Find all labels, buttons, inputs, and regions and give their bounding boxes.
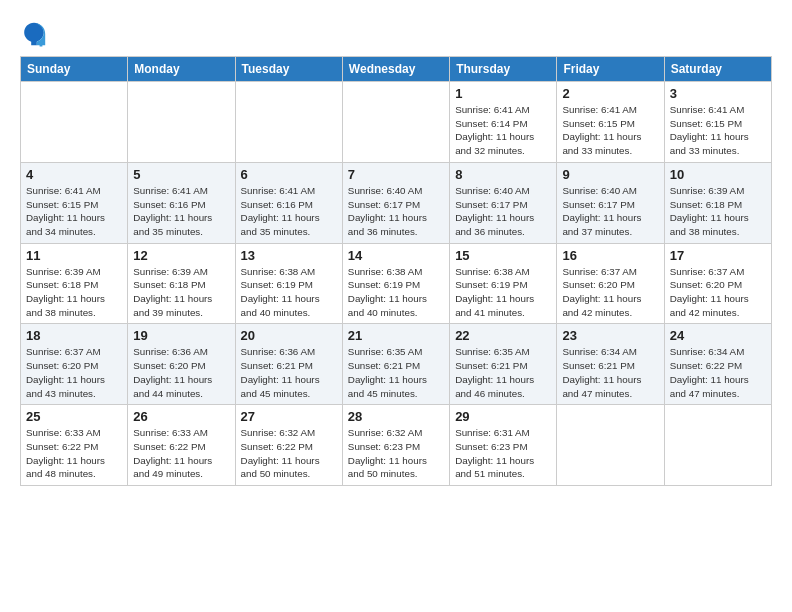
day-number: 20 [241, 328, 337, 343]
day-info: Sunrise: 6:36 AM Sunset: 6:21 PM Dayligh… [241, 345, 337, 400]
day-number: 1 [455, 86, 551, 101]
day-info: Sunrise: 6:41 AM Sunset: 6:15 PM Dayligh… [562, 103, 658, 158]
calendar-cell: 3Sunrise: 6:41 AM Sunset: 6:15 PM Daylig… [664, 82, 771, 163]
day-info: Sunrise: 6:40 AM Sunset: 6:17 PM Dayligh… [562, 184, 658, 239]
calendar-cell: 4Sunrise: 6:41 AM Sunset: 6:15 PM Daylig… [21, 162, 128, 243]
calendar-cell: 7Sunrise: 6:40 AM Sunset: 6:17 PM Daylig… [342, 162, 449, 243]
day-info: Sunrise: 6:40 AM Sunset: 6:17 PM Dayligh… [455, 184, 551, 239]
calendar-table: SundayMondayTuesdayWednesdayThursdayFrid… [20, 56, 772, 486]
calendar-cell: 28Sunrise: 6:32 AM Sunset: 6:23 PM Dayli… [342, 405, 449, 486]
day-number: 21 [348, 328, 444, 343]
day-info: Sunrise: 6:40 AM Sunset: 6:17 PM Dayligh… [348, 184, 444, 239]
day-info: Sunrise: 6:37 AM Sunset: 6:20 PM Dayligh… [26, 345, 122, 400]
calendar-cell: 13Sunrise: 6:38 AM Sunset: 6:19 PM Dayli… [235, 243, 342, 324]
day-number: 10 [670, 167, 766, 182]
day-header-thursday: Thursday [450, 57, 557, 82]
day-header-tuesday: Tuesday [235, 57, 342, 82]
calendar-cell [664, 405, 771, 486]
calendar-cell: 20Sunrise: 6:36 AM Sunset: 6:21 PM Dayli… [235, 324, 342, 405]
day-number: 16 [562, 248, 658, 263]
calendar-cell [21, 82, 128, 163]
calendar-cell [557, 405, 664, 486]
day-info: Sunrise: 6:35 AM Sunset: 6:21 PM Dayligh… [455, 345, 551, 400]
calendar-cell: 27Sunrise: 6:32 AM Sunset: 6:22 PM Dayli… [235, 405, 342, 486]
day-info: Sunrise: 6:38 AM Sunset: 6:19 PM Dayligh… [241, 265, 337, 320]
day-info: Sunrise: 6:39 AM Sunset: 6:18 PM Dayligh… [26, 265, 122, 320]
day-header-sunday: Sunday [21, 57, 128, 82]
day-header-friday: Friday [557, 57, 664, 82]
day-number: 23 [562, 328, 658, 343]
day-info: Sunrise: 6:38 AM Sunset: 6:19 PM Dayligh… [455, 265, 551, 320]
day-header-saturday: Saturday [664, 57, 771, 82]
day-number: 19 [133, 328, 229, 343]
calendar-cell: 14Sunrise: 6:38 AM Sunset: 6:19 PM Dayli… [342, 243, 449, 324]
day-number: 4 [26, 167, 122, 182]
day-info: Sunrise: 6:32 AM Sunset: 6:22 PM Dayligh… [241, 426, 337, 481]
day-info: Sunrise: 6:35 AM Sunset: 6:21 PM Dayligh… [348, 345, 444, 400]
day-info: Sunrise: 6:34 AM Sunset: 6:22 PM Dayligh… [670, 345, 766, 400]
calendar-cell: 16Sunrise: 6:37 AM Sunset: 6:20 PM Dayli… [557, 243, 664, 324]
day-number: 25 [26, 409, 122, 424]
calendar-cell: 22Sunrise: 6:35 AM Sunset: 6:21 PM Dayli… [450, 324, 557, 405]
day-info: Sunrise: 6:31 AM Sunset: 6:23 PM Dayligh… [455, 426, 551, 481]
day-number: 29 [455, 409, 551, 424]
day-number: 11 [26, 248, 122, 263]
day-number: 14 [348, 248, 444, 263]
day-number: 9 [562, 167, 658, 182]
calendar-week-5: 25Sunrise: 6:33 AM Sunset: 6:22 PM Dayli… [21, 405, 772, 486]
day-header-monday: Monday [128, 57, 235, 82]
calendar-cell [235, 82, 342, 163]
calendar-cell: 15Sunrise: 6:38 AM Sunset: 6:19 PM Dayli… [450, 243, 557, 324]
day-info: Sunrise: 6:37 AM Sunset: 6:20 PM Dayligh… [670, 265, 766, 320]
calendar-cell: 23Sunrise: 6:34 AM Sunset: 6:21 PM Dayli… [557, 324, 664, 405]
day-number: 13 [241, 248, 337, 263]
logo-icon [20, 20, 48, 48]
day-info: Sunrise: 6:33 AM Sunset: 6:22 PM Dayligh… [26, 426, 122, 481]
day-number: 17 [670, 248, 766, 263]
calendar-cell: 5Sunrise: 6:41 AM Sunset: 6:16 PM Daylig… [128, 162, 235, 243]
day-info: Sunrise: 6:41 AM Sunset: 6:14 PM Dayligh… [455, 103, 551, 158]
day-info: Sunrise: 6:36 AM Sunset: 6:20 PM Dayligh… [133, 345, 229, 400]
day-number: 28 [348, 409, 444, 424]
day-info: Sunrise: 6:38 AM Sunset: 6:19 PM Dayligh… [348, 265, 444, 320]
calendar-cell: 2Sunrise: 6:41 AM Sunset: 6:15 PM Daylig… [557, 82, 664, 163]
day-info: Sunrise: 6:41 AM Sunset: 6:16 PM Dayligh… [241, 184, 337, 239]
day-info: Sunrise: 6:34 AM Sunset: 6:21 PM Dayligh… [562, 345, 658, 400]
calendar-week-2: 4Sunrise: 6:41 AM Sunset: 6:15 PM Daylig… [21, 162, 772, 243]
calendar-cell: 25Sunrise: 6:33 AM Sunset: 6:22 PM Dayli… [21, 405, 128, 486]
calendar-week-3: 11Sunrise: 6:39 AM Sunset: 6:18 PM Dayli… [21, 243, 772, 324]
day-number: 26 [133, 409, 229, 424]
calendar-cell: 26Sunrise: 6:33 AM Sunset: 6:22 PM Dayli… [128, 405, 235, 486]
day-number: 6 [241, 167, 337, 182]
day-info: Sunrise: 6:32 AM Sunset: 6:23 PM Dayligh… [348, 426, 444, 481]
calendar-cell: 12Sunrise: 6:39 AM Sunset: 6:18 PM Dayli… [128, 243, 235, 324]
day-number: 3 [670, 86, 766, 101]
day-number: 18 [26, 328, 122, 343]
day-info: Sunrise: 6:39 AM Sunset: 6:18 PM Dayligh… [133, 265, 229, 320]
day-number: 12 [133, 248, 229, 263]
day-number: 22 [455, 328, 551, 343]
calendar-cell: 1Sunrise: 6:41 AM Sunset: 6:14 PM Daylig… [450, 82, 557, 163]
calendar-cell: 6Sunrise: 6:41 AM Sunset: 6:16 PM Daylig… [235, 162, 342, 243]
day-info: Sunrise: 6:41 AM Sunset: 6:15 PM Dayligh… [26, 184, 122, 239]
day-number: 15 [455, 248, 551, 263]
calendar-cell: 8Sunrise: 6:40 AM Sunset: 6:17 PM Daylig… [450, 162, 557, 243]
day-info: Sunrise: 6:39 AM Sunset: 6:18 PM Dayligh… [670, 184, 766, 239]
day-number: 5 [133, 167, 229, 182]
calendar-cell: 24Sunrise: 6:34 AM Sunset: 6:22 PM Dayli… [664, 324, 771, 405]
calendar-cell: 19Sunrise: 6:36 AM Sunset: 6:20 PM Dayli… [128, 324, 235, 405]
day-info: Sunrise: 6:41 AM Sunset: 6:16 PM Dayligh… [133, 184, 229, 239]
day-number: 2 [562, 86, 658, 101]
logo [20, 20, 52, 48]
day-number: 8 [455, 167, 551, 182]
day-number: 24 [670, 328, 766, 343]
calendar-cell: 10Sunrise: 6:39 AM Sunset: 6:18 PM Dayli… [664, 162, 771, 243]
header [20, 16, 772, 48]
calendar-cell [342, 82, 449, 163]
calendar-week-4: 18Sunrise: 6:37 AM Sunset: 6:20 PM Dayli… [21, 324, 772, 405]
calendar-week-1: 1Sunrise: 6:41 AM Sunset: 6:14 PM Daylig… [21, 82, 772, 163]
day-info: Sunrise: 6:33 AM Sunset: 6:22 PM Dayligh… [133, 426, 229, 481]
day-number: 7 [348, 167, 444, 182]
day-info: Sunrise: 6:41 AM Sunset: 6:15 PM Dayligh… [670, 103, 766, 158]
calendar-cell [128, 82, 235, 163]
